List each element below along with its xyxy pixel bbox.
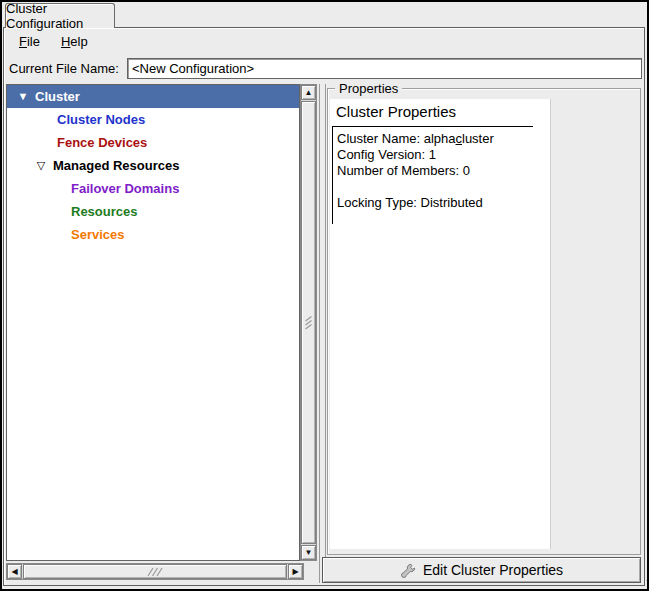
tree-item-label: Services [71,227,125,242]
scroll-left-button[interactable]: ◀ [7,564,22,579]
tree-item-label: Resources [71,204,137,219]
properties-heading: Cluster Properties [336,103,456,120]
cluster-tree: ▼ Cluster Cluster Nodes Fence Devices ▽ … [6,84,300,561]
grip-icon [147,567,163,577]
scroll-down-button[interactable]: ▼ [301,545,316,560]
tree-item-cluster-nodes[interactable]: Cluster Nodes [7,108,299,131]
members-line: Number of Members: 0 [337,163,533,179]
locking-type-line: Locking Type: Distributed [337,195,533,211]
grip-icon [304,316,314,330]
scroll-right-button[interactable]: ▶ [288,564,303,579]
tab-label: Cluster Configuration [6,1,114,31]
pane-splitter[interactable] [319,84,326,583]
scroll-up-icon: ▲ [305,89,313,97]
tree-item-resources[interactable]: Resources [7,200,299,223]
current-file-name-input[interactable] [127,58,642,79]
tree-horizontal-scrollbar[interactable]: ◀ ▶ [6,563,304,580]
edit-button-label: Edit Cluster Properties [423,562,563,578]
menu-help[interactable]: Help [57,32,92,51]
properties-frame-label: Properties [335,81,402,96]
current-file-row: Current File Name: [3,55,644,83]
scroll-left-icon: ◀ [11,568,17,576]
tab-cluster-configuration[interactable]: Cluster Configuration [5,3,115,28]
resize-grip[interactable] [637,579,647,589]
properties-canvas: Cluster Properties Cluster Name: alphacl… [330,99,551,549]
properties-frame: Properties Cluster Properties Cluster Na… [327,88,641,555]
current-file-name-label: Current File Name: [9,61,119,76]
tree-item-label: Failover Domains [71,181,179,196]
menubar: File Help [3,28,644,55]
expander-open-icon[interactable]: ▽ [33,160,49,171]
tree-item-label: Managed Resources [53,158,179,173]
cluster-name-line: Cluster Name: alphacluster [337,131,533,147]
tree-item-fence-devices[interactable]: Fence Devices [7,131,299,154]
tree-item-label: Fence Devices [57,135,147,150]
blank-line [337,179,533,195]
config-version-line: Config Version: 1 [337,147,533,163]
tree-item-managed-resources[interactable]: ▽ Managed Resources [7,154,299,177]
tree-vertical-scrollbar[interactable]: ▲ ▼ [300,84,317,561]
horizontal-scrollbar-thumb[interactable] [23,564,287,579]
scroll-up-button[interactable]: ▲ [301,85,316,100]
tree-item-cluster[interactable]: ▼ Cluster [7,85,299,108]
expander-open-icon[interactable]: ▼ [15,91,31,102]
wrench-icon [400,562,417,579]
tree-item-failover-domains[interactable]: Failover Domains [7,177,299,200]
properties-detail-box: Cluster Name: alphacluster Config Versio… [332,126,533,224]
tree-item-label: Cluster Nodes [57,112,145,127]
menu-file[interactable]: File [15,32,44,51]
tree-item-services[interactable]: Services [7,223,299,246]
cluster-configuration-window: Cluster Configuration File Help Current … [0,0,649,591]
scroll-down-icon: ▼ [305,549,313,557]
edit-cluster-properties-button[interactable]: Edit Cluster Properties [322,557,641,583]
scroll-right-icon: ▶ [292,568,298,576]
tree-item-label: Cluster [35,89,80,104]
vertical-scrollbar-thumb[interactable] [301,101,316,544]
